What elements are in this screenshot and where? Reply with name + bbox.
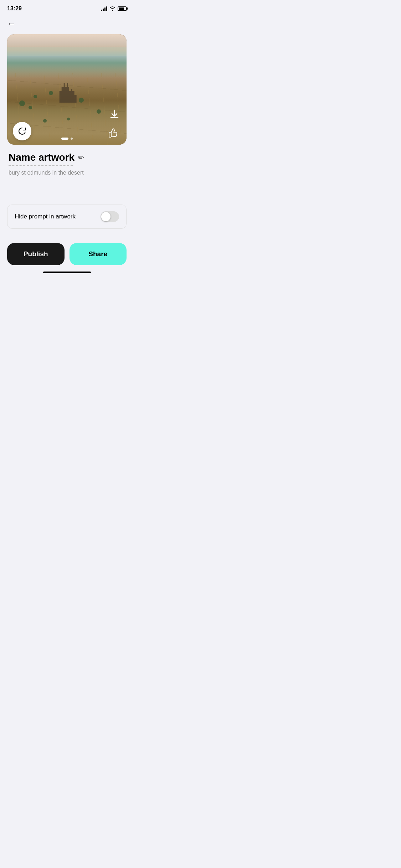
status-time: 13:29 [7,5,22,12]
artwork-image [7,34,127,145]
home-indicator [0,269,134,280]
home-bar [43,272,91,273]
thumbs-up-icon [108,127,118,138]
like-button[interactable] [105,125,121,140]
share-button[interactable]: Share [70,243,127,265]
bottom-buttons: Publish Share [0,236,134,269]
pagination-dots [61,138,73,140]
artwork-name-row: Name artwork ✏ [9,152,125,163]
hide-prompt-toggle[interactable] [101,211,119,222]
wifi-icon [109,6,115,11]
back-arrow-icon: ← [7,19,16,28]
publish-button-label: Publish [24,250,48,258]
right-overlay-buttons [105,108,121,140]
signal-icon [101,6,107,11]
spacer [0,183,134,205]
status-icons [101,6,127,11]
name-underline [9,165,73,166]
pagination-dot-active [61,138,68,140]
castle-element [57,83,79,103]
pagination-dot-inactive [71,138,73,140]
hide-prompt-label: Hide prompt in artwork [15,213,76,220]
share-button-label: Share [88,250,107,258]
download-button[interactable] [108,108,121,120]
artwork-image-container [7,34,127,145]
battery-icon [118,6,127,11]
refresh-icon [17,126,27,136]
publish-button[interactable]: Publish [7,243,65,265]
artwork-prompt: bury st edmunds in the desert [9,170,125,176]
content-area: Name artwork ✏ bury st edmunds in the de… [0,145,134,183]
hide-prompt-row: Hide prompt in artwork [7,205,127,229]
sky-layer [7,34,127,78]
artwork-name-title: Name artwork [9,152,74,163]
back-button[interactable]: ← [7,19,127,29]
toggle-thumb [101,212,110,221]
edit-icon[interactable]: ✏ [78,153,84,162]
refresh-button[interactable] [13,122,31,140]
status-bar: 13:29 [0,0,134,16]
download-icon [110,109,119,119]
